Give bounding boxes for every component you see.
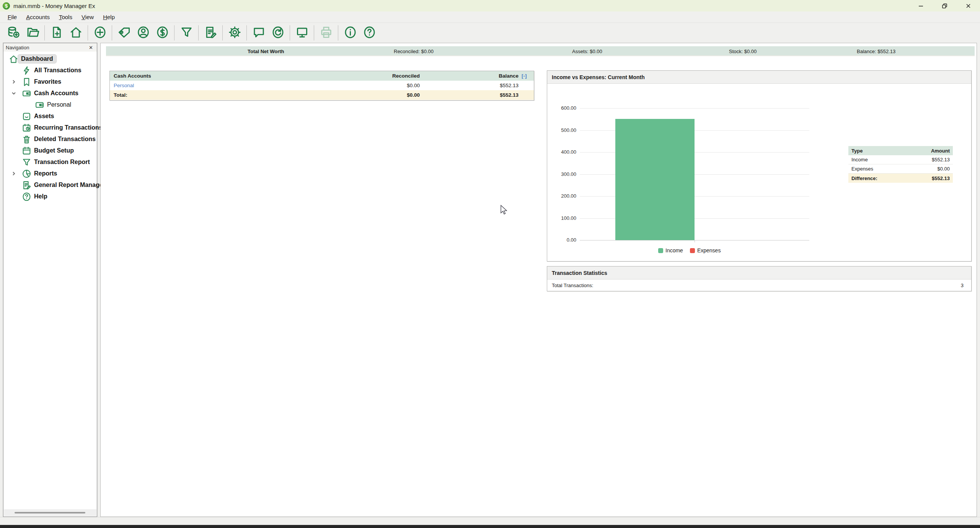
legend-swatch-icon — [690, 248, 695, 253]
total-transactions-row: Total Transactions: 3 — [547, 279, 971, 291]
sidebar-item-all-transactions[interactable]: All Transactions — [3, 65, 97, 76]
cash-accounts-header-row: Cash Accounts Reconciled Balance [-] — [110, 71, 534, 81]
payees-button[interactable] — [134, 24, 153, 42]
minimize-button[interactable] — [909, 0, 933, 11]
trash-icon — [22, 135, 31, 144]
sidebar-item-transaction-report[interactable]: Transaction Report — [3, 156, 97, 168]
y-axis-tick-label: 0.00 — [547, 237, 576, 243]
sidebar-item-dashboard[interactable]: Dashboard — [3, 53, 97, 65]
sidebar-item-cash-accounts[interactable]: Cash Accounts — [3, 88, 97, 99]
summary-table-row: Expenses$0.00 — [848, 164, 953, 174]
doc-edit-icon — [204, 26, 217, 41]
summary-total-net-worth: Total Net Worth — [248, 46, 284, 56]
info-icon — [344, 26, 357, 41]
options-button[interactable] — [225, 24, 244, 42]
amount-column-header: Amount — [911, 148, 953, 154]
refresh-icon — [271, 26, 285, 41]
sidebar-item-reports[interactable]: Reports — [3, 168, 97, 179]
row-type: Income — [848, 157, 911, 162]
chart-gridline — [580, 174, 809, 175]
sidebar-item-deleted-transactions[interactable]: Deleted Transactions — [3, 133, 97, 145]
categories-button[interactable] — [114, 24, 134, 42]
total-transactions-label: Total Transactions: — [552, 283, 961, 288]
chevron-right-icon[interactable] — [11, 79, 16, 84]
new-database-button[interactable] — [4, 24, 23, 42]
menu-file[interactable]: File — [3, 12, 21, 22]
chart-gridline — [580, 130, 809, 131]
new-file-button[interactable] — [47, 24, 66, 42]
app-window: $ main.mmb - Money Manager Ex FileAccoun… — [0, 0, 980, 528]
reconciled-column-header: Reconciled — [331, 73, 423, 79]
dashboard-button[interactable] — [66, 24, 85, 42]
toolbar-separator — [112, 25, 112, 41]
chart-gridline — [580, 108, 809, 109]
news-button[interactable] — [249, 24, 268, 42]
transaction-filter-button[interactable] — [177, 24, 196, 42]
summary-table-row: Income$552.13 — [848, 155, 953, 164]
toolbar-separator — [198, 25, 199, 41]
collapse-panel-link[interactable]: [-] — [522, 73, 534, 79]
sidebar-item-budget-setup[interactable]: Budget Setup — [3, 145, 97, 156]
sidebar-item-label: All Transactions — [34, 67, 82, 74]
y-axis-tick-label: 300.00 — [547, 171, 576, 177]
wallet-icon — [35, 100, 44, 110]
folder-open-icon — [26, 26, 39, 41]
chevron-down-icon[interactable] — [11, 91, 16, 96]
navigation-close-icon[interactable]: ✕ — [87, 45, 95, 50]
chart-legend: IncomeExpenses — [658, 247, 721, 253]
print-button — [316, 24, 336, 42]
question-icon — [22, 192, 31, 201]
transaction-statistics-panel: Transaction Statistics Total Transaction… — [547, 266, 972, 291]
chevron-right-icon[interactable] — [11, 171, 16, 176]
close-button[interactable] — [956, 0, 980, 11]
sidebar-item-general-report-manager[interactable]: General Report Manager — [3, 179, 97, 191]
fullscreen-button[interactable] — [292, 24, 311, 42]
toolbar-separator — [290, 25, 290, 41]
income-bar — [615, 119, 695, 240]
window-title: main.mmb - Money Manager Ex — [13, 3, 95, 9]
menu-view[interactable]: View — [77, 12, 98, 22]
toolbar-separator — [314, 25, 314, 41]
dashboard-main-area: Total Net WorthReconciled: $0.00Assets: … — [100, 43, 977, 517]
open-database-button[interactable] — [23, 24, 42, 42]
sidebar-item-label: Assets — [34, 113, 54, 120]
about-button[interactable] — [341, 24, 360, 42]
legend-entry-income: Income — [658, 247, 683, 253]
menu-help[interactable]: Help — [98, 12, 119, 22]
difference-label: Difference: — [848, 175, 911, 181]
monitor-icon — [295, 26, 309, 41]
sidebar-item-personal[interactable]: Personal — [3, 99, 97, 110]
wallet-icon — [22, 89, 31, 98]
x-axis-tick — [695, 240, 695, 242]
menu-tools[interactable]: Tools — [54, 12, 77, 22]
sidebar-item-recurring-transactions[interactable]: Recurring Transactions — [3, 122, 97, 133]
summary-table-header-row: Type Amount — [848, 146, 953, 155]
cash-accounts-total-row: Total: $0.00 $552.13 — [110, 90, 534, 100]
bookmark-icon — [22, 77, 31, 87]
sidebar-item-favorites[interactable]: Favorites — [3, 76, 97, 88]
navigation-header: Navigation ✕ — [3, 43, 97, 52]
y-axis-tick-label: 200.00 — [547, 193, 576, 199]
sidebar-item-help[interactable]: Help — [3, 191, 97, 202]
new-transaction-button[interactable] — [90, 24, 109, 42]
y-axis-tick-label: 600.00 — [547, 105, 576, 111]
currency-button[interactable] — [153, 24, 172, 42]
maximize-restore-button[interactable] — [933, 0, 956, 11]
sidebar-item-assets[interactable]: Assets — [3, 110, 97, 122]
account-link[interactable]: Personal — [114, 83, 134, 88]
plus-circle-icon — [93, 26, 107, 41]
net-worth-summary-bar: Total Net WorthReconciled: $0.00Assets: … — [106, 46, 975, 56]
navigation-panel: Navigation ✕ DashboardAll TransactionsFa… — [3, 43, 97, 517]
question-icon — [363, 26, 376, 41]
help-button[interactable] — [360, 24, 379, 42]
navigation-hscrollbar[interactable] — [4, 509, 96, 516]
general-report-manager-button[interactable] — [201, 24, 220, 42]
refresh-button[interactable] — [268, 24, 287, 42]
total-transactions-value: 3 — [961, 283, 964, 288]
navigation-hscrollbar-thumb[interactable] — [15, 512, 85, 513]
sidebar-item-label: Deleted Transactions — [34, 136, 96, 143]
summary-reconciled: Reconciled: $0.00 — [394, 46, 434, 56]
mouse-cursor — [499, 205, 509, 216]
menu-accounts[interactable]: Accounts — [21, 12, 54, 22]
sidebar-item-label: Favorites — [34, 78, 61, 85]
